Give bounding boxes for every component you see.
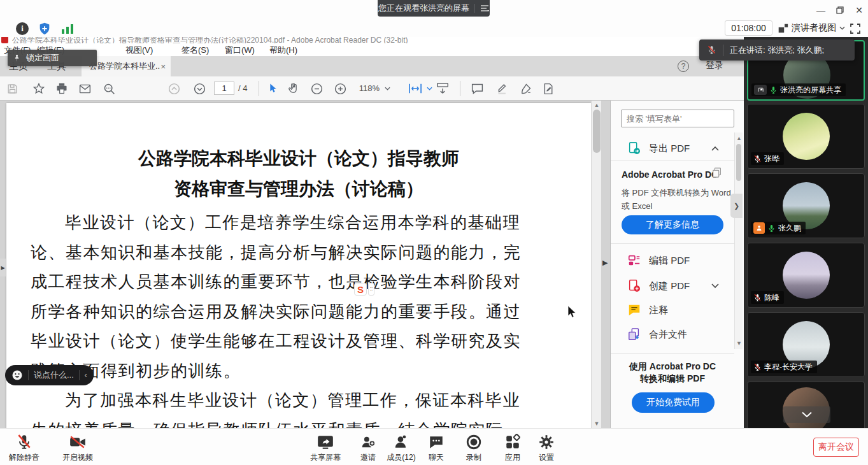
panel-divider <box>611 243 734 244</box>
minimize-button[interactable]: — <box>814 4 828 17</box>
maximize-button[interactable] <box>833 4 847 17</box>
zoom-in-icon[interactable] <box>333 82 347 96</box>
invite-button[interactable]: 邀请 <box>352 431 385 463</box>
mic-muted-icon <box>3 431 46 450</box>
meeting-topbar: i 您正在观看张洪亮的屏幕 — ✕ 01:08:00 演讲者视图 <box>0 0 868 37</box>
shield-protect-icon[interactable] <box>38 22 52 38</box>
quick-chat-bar[interactable]: 说点什么... ‹ <box>5 365 94 385</box>
next-page-icon[interactable] <box>192 82 206 96</box>
scroll-down-icon[interactable]: ▼ <box>735 339 743 348</box>
participant-tile[interactable]: 李程-长安大学 <box>747 312 865 377</box>
hand-tool-icon[interactable] <box>287 82 301 96</box>
participant-tile[interactable]: 陈峰 <box>747 243 865 308</box>
menu-help[interactable]: 帮助(H) <box>269 45 297 56</box>
acrobat-titlebar: 公路学院本科毕业设计（论文）指导教师资格审查与管理办法(讨论稿)220104.p… <box>0 37 744 43</box>
participants-panel: 张洪亮的屏幕共享 张晔 张久鹏 陈峰 <box>744 37 868 428</box>
banner-menu-icon[interactable] <box>480 4 489 12</box>
leave-meeting-button[interactable]: 离开会议 <box>813 438 859 457</box>
nav-pane-handle[interactable]: ▶ <box>0 259 6 276</box>
record-icon <box>456 431 492 450</box>
share-screen-button[interactable]: 共享屏幕 <box>303 431 348 463</box>
close-button[interactable]: ✕ <box>852 4 866 17</box>
select-tool-icon[interactable] <box>265 82 279 96</box>
start-video-button[interactable]: 开启视频 <box>56 431 99 463</box>
watching-banner[interactable]: 您正在观看张洪亮的屏幕 <box>378 0 490 17</box>
apps-button[interactable]: 应用 <box>495 431 530 463</box>
network-signal-icon[interactable] <box>61 23 74 37</box>
doc-title-line-1: 公路学院本科毕业设计（论文）指导教师 <box>6 147 591 171</box>
doc-title-line-2: 资格审查与管理办法（讨论稿） <box>6 177 591 201</box>
unmute-button[interactable]: 解除静音 <box>3 431 46 463</box>
chat-divider <box>79 370 80 380</box>
email-icon[interactable] <box>78 82 92 96</box>
chat-button[interactable]: 聊天 <box>420 431 452 463</box>
participant-name: 张晔 <box>764 154 779 164</box>
tools-panel-scrollbar[interactable]: ▲ ▼ <box>734 132 743 349</box>
free-trial-button[interactable]: 开始免费试用 <box>632 392 715 413</box>
chevron-down-icon[interactable] <box>711 283 719 289</box>
menu-view[interactable]: 视图(V) <box>125 45 153 56</box>
scroll-more-participants[interactable] <box>783 406 830 423</box>
record-button[interactable]: 录制 <box>456 431 492 463</box>
fill-sign-icon[interactable] <box>541 82 555 96</box>
meeting-info-icon[interactable]: i <box>16 22 29 35</box>
chat-collapse-icon[interactable]: ‹ <box>85 371 87 380</box>
help-icon[interactable]: ? <box>678 61 689 72</box>
scrollbar-thumb[interactable] <box>736 144 741 181</box>
doc-text-line: 践等方面得到初步的训练。 <box>31 357 534 387</box>
profile-badge-icon <box>753 222 765 234</box>
scroll-up-icon[interactable]: ▲ <box>735 134 743 143</box>
sign-pen-icon[interactable] <box>518 82 532 96</box>
doc-text-line: 毕业设计（论文）工作是培养学生综合运用本学科的基础理 <box>31 208 534 238</box>
chevron-up-icon[interactable] <box>711 146 719 151</box>
emoji-icon[interactable] <box>11 369 23 381</box>
tools-panel-collapse-handle[interactable]: ❯ <box>730 194 743 218</box>
scrollbar-thumb[interactable] <box>593 110 601 153</box>
participant-tile[interactable]: 张久鹏 <box>747 173 865 238</box>
toolbar-divider <box>460 81 460 96</box>
mic-muted-icon <box>707 45 716 55</box>
participant-tile[interactable]: 张晔 <box>747 104 865 169</box>
create-pdf-item[interactable]: 创建 PDF <box>611 274 734 298</box>
zoom-level-value[interactable]: 118% <box>355 83 383 93</box>
acrobat-window-title: 公路学院本科毕业设计（论文）指导教师资格审查与管理办法(讨论稿)220104.p… <box>12 37 408 43</box>
learn-more-button[interactable]: 了解更多信息 <box>622 215 723 234</box>
menu-sign[interactable]: 签名(S) <box>181 45 209 56</box>
zoom-dropdown-icon[interactable] <box>383 82 391 96</box>
fit-width-icon[interactable] <box>406 82 424 96</box>
export-pdf-item[interactable]: 导出 PDF <box>611 136 734 161</box>
login-button[interactable]: 登录 <box>706 60 723 71</box>
page-number-input[interactable]: 1 <box>214 82 234 95</box>
fit-dropdown-icon[interactable] <box>425 82 433 96</box>
scroll-down-icon[interactable]: ▼ <box>592 419 602 428</box>
acrobat-toolbar: 1 / 4 118% <box>0 76 744 101</box>
save-icon[interactable] <box>5 82 19 96</box>
chat-input-placeholder[interactable]: 说点什么... <box>34 369 74 381</box>
participant-label: 张晔 <box>751 152 784 165</box>
edit-pdf-icon <box>627 254 641 268</box>
lock-view-tooltip: 锁定画面 <box>8 50 97 66</box>
participant-tile[interactable] <box>747 382 865 428</box>
view-mode-select[interactable]: 演讲者视图 <box>778 20 845 36</box>
fullscreen-icon[interactable] <box>850 23 861 37</box>
page-panel-handle[interactable]: ▶ <box>602 259 608 267</box>
members-button[interactable]: 成员(12) <box>381 431 422 463</box>
print-icon[interactable] <box>55 82 69 96</box>
highlight-tool-icon[interactable] <box>495 82 509 96</box>
scroll-up-icon[interactable]: ▲ <box>592 101 602 110</box>
combine-files-icon <box>627 327 641 341</box>
document-scrollbar[interactable]: ▲ ▼ <box>591 101 601 428</box>
comment-item[interactable]: 注释 <box>611 298 734 322</box>
reading-mode-icon[interactable] <box>436 82 450 96</box>
combine-files-item[interactable]: 合并文件 <box>611 322 734 347</box>
comment-tool-icon[interactable] <box>470 82 484 96</box>
settings-button[interactable]: 设置 <box>529 431 564 463</box>
tab-close-icon[interactable]: × <box>160 62 166 71</box>
favorite-star-icon[interactable] <box>32 82 46 96</box>
tools-search-input[interactable] <box>621 110 734 127</box>
edit-pdf-item[interactable]: 编辑 PDF <box>611 248 734 273</box>
menu-window[interactable]: 窗口(W) <box>225 45 255 56</box>
search-icon[interactable] <box>102 82 116 96</box>
zoom-out-icon[interactable] <box>309 82 324 96</box>
comment-tool-icon <box>627 303 641 317</box>
